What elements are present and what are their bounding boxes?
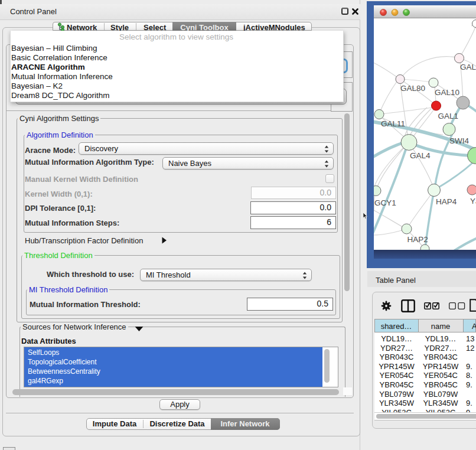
svg-text:GAL1: GAL1 — [438, 112, 459, 120]
svg-text:YJ: YJ — [470, 197, 476, 206]
svg-text:GAL11: GAL11 — [381, 119, 405, 128]
svg-text:HAP2: HAP2 — [407, 235, 428, 244]
svg-text:GAL80: GAL80 — [400, 84, 425, 93]
svg-text:GCY1: GCY1 — [374, 198, 396, 207]
svg-text:GAL2: GAL2 — [460, 63, 476, 71]
svg-text:GAL10: GAL10 — [435, 88, 459, 97]
svg-text:HAP4: HAP4 — [436, 197, 457, 206]
svg-text:SWI4: SWI4 — [449, 136, 469, 145]
svg-text:GAL4: GAL4 — [410, 151, 431, 160]
